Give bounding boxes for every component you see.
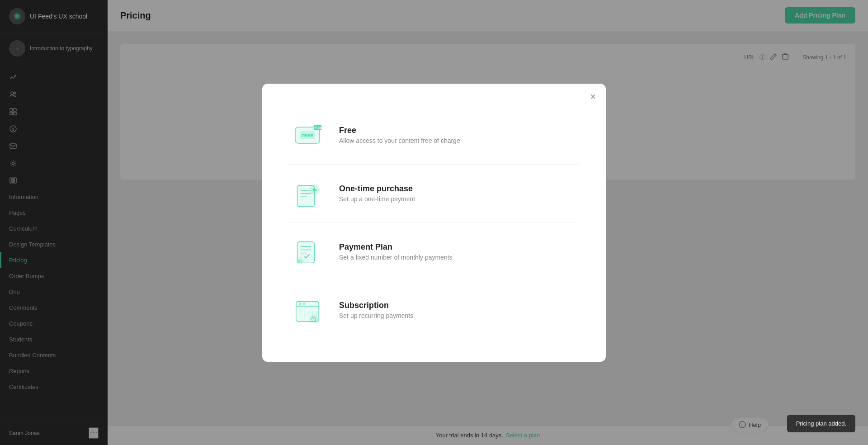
subscription-option-text: Subscription Set up recurring payments — [339, 301, 579, 319]
one-time-option-title: One-time purchase — [339, 184, 579, 194]
svg-text:2+: 2+ — [298, 259, 302, 263]
pricing-option-subscription[interactable]: Subscription Set up recurring payments — [289, 281, 579, 339]
svg-text:FREE: FREE — [302, 133, 314, 137]
payment-plan-option-text: Payment Plan Set a fixed number of month… — [339, 242, 579, 261]
one-time-option-icon: 1x — [289, 175, 326, 212]
pricing-type-modal: × FREE FREE Free Allow access to your co… — [262, 84, 606, 362]
payment-plan-option-title: Payment Plan — [339, 242, 579, 252]
subscription-option-title: Subscription — [339, 301, 579, 310]
svg-text:FREE: FREE — [313, 125, 322, 129]
toast-message: Pricing plan added. — [796, 420, 846, 427]
subscription-option-icon — [289, 292, 326, 328]
pricing-option-one-time[interactable]: 1x One-time purchase Set up a one-time p… — [289, 165, 579, 223]
payment-plan-option-icon: 2+ — [289, 234, 326, 270]
svg-point-50 — [310, 315, 318, 323]
modal-overlay[interactable]: × FREE FREE Free Allow access to your co… — [0, 0, 868, 445]
pricing-option-payment-plan[interactable]: 2+ Payment Plan Set a fixed number of mo… — [289, 223, 579, 281]
subscription-option-desc: Set up recurring payments — [339, 312, 579, 319]
free-option-icon: FREE FREE — [289, 117, 326, 153]
free-option-text: Free Allow access to your content free o… — [339, 126, 579, 144]
svg-point-43 — [299, 302, 301, 304]
svg-point-44 — [303, 302, 305, 304]
pricing-option-free[interactable]: FREE FREE Free Allow access to your cont… — [289, 106, 579, 165]
modal-close-button[interactable]: × — [590, 92, 596, 102]
payment-plan-option-desc: Set a fixed number of monthly payments — [339, 254, 579, 261]
one-time-option-text: One-time purchase Set up a one-time paym… — [339, 184, 579, 203]
free-option-title: Free — [339, 126, 579, 135]
free-option-desc: Allow access to your content free of cha… — [339, 137, 579, 144]
one-time-option-desc: Set up a one-time payment — [339, 195, 579, 203]
svg-text:1x: 1x — [312, 187, 317, 192]
toast-notification: Pricing plan added. — [787, 415, 855, 432]
